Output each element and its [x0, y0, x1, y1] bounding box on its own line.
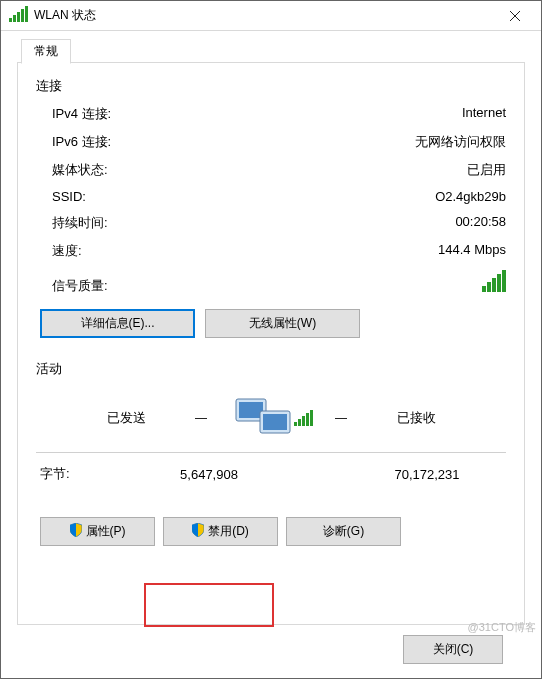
bytes-label: 字节:	[40, 465, 130, 483]
wlan-status-window: WLAN 状态 常规 连接 IPv4 连接: Internet IPv6 连接:…	[0, 0, 542, 679]
value-duration: 00:20:58	[192, 214, 506, 232]
label-media: 媒体状态:	[52, 161, 192, 179]
value-speed: 144.4 Mbps	[192, 242, 506, 260]
close-button[interactable]: 关闭(C)	[403, 635, 503, 664]
bytes-sent: 5,647,908	[130, 467, 288, 482]
activity-icon	[216, 393, 326, 443]
row-media: 媒体状态: 已启用	[52, 161, 506, 179]
row-ipv6: IPv6 连接: 无网络访问权限	[52, 133, 506, 151]
activity-heading: 活动	[36, 360, 506, 378]
bytes-row: 字节: 5,647,908 70,172,231	[40, 465, 506, 483]
svg-rect-5	[263, 414, 287, 430]
row-duration: 持续时间: 00:20:58	[52, 214, 506, 232]
disable-button[interactable]: 禁用(D)	[163, 517, 278, 546]
signal-bars-icon	[482, 270, 506, 295]
properties-button[interactable]: 属性(P)	[40, 517, 155, 546]
label-ssid: SSID:	[52, 189, 192, 204]
details-button[interactable]: 详细信息(E)...	[40, 309, 195, 338]
label-signal: 信号质量:	[52, 277, 108, 295]
activity-header: 已发送 — — 已接收	[36, 388, 506, 448]
wireless-properties-button[interactable]: 无线属性(W)	[205, 309, 360, 338]
row-ipv4: IPv4 连接: Internet	[52, 105, 506, 123]
bottom-buttons: 属性(P) 禁用(D) 诊断(G)	[40, 517, 506, 546]
value-ssid: O2.4gkb29b	[192, 189, 506, 204]
separator-dash: —	[186, 411, 216, 425]
annotation-highlight	[144, 583, 274, 627]
shield-icon	[192, 523, 204, 540]
disable-label: 禁用(D)	[208, 523, 249, 540]
tab-panel-general: 连接 IPv4 连接: Internet IPv6 连接: 无网络访问权限 媒体…	[17, 62, 525, 625]
label-ipv6: IPv6 连接:	[52, 133, 192, 151]
close-icon	[510, 11, 520, 21]
separator-dash-2: —	[326, 411, 356, 425]
tab-strip: 常规	[17, 39, 525, 63]
connection-heading: 连接	[36, 77, 506, 95]
bytes-received: 70,172,231	[348, 467, 506, 482]
row-speed: 速度: 144.4 Mbps	[52, 242, 506, 260]
tab-general[interactable]: 常规	[21, 39, 71, 64]
row-ssid: SSID: O2.4gkb29b	[52, 189, 506, 204]
sent-label: 已发送	[66, 409, 186, 427]
diagnose-button[interactable]: 诊断(G)	[286, 517, 401, 546]
properties-label: 属性(P)	[86, 523, 126, 540]
value-ipv6: 无网络访问权限	[192, 133, 506, 151]
wifi-icon	[9, 6, 28, 25]
label-ipv4: IPv4 连接:	[52, 105, 192, 123]
dialog-footer: 关闭(C)	[17, 625, 525, 678]
value-ipv4: Internet	[192, 105, 506, 123]
row-signal: 信号质量:	[52, 270, 506, 295]
label-speed: 速度:	[52, 242, 192, 260]
received-label: 已接收	[356, 409, 476, 427]
window-close-button[interactable]	[495, 2, 535, 30]
label-duration: 持续时间:	[52, 214, 192, 232]
value-media: 已启用	[192, 161, 506, 179]
titlebar: WLAN 状态	[1, 1, 541, 31]
window-title: WLAN 状态	[34, 7, 96, 24]
svg-rect-3	[239, 402, 263, 418]
diagnose-label: 诊断(G)	[323, 523, 364, 540]
shield-icon	[70, 523, 82, 540]
